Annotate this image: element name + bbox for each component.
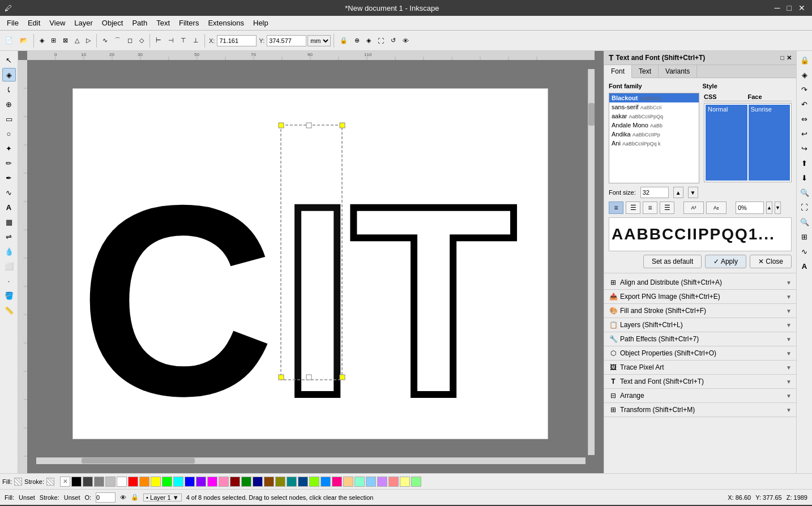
- panel-object-props[interactable]: ⬡ Object Properties (Shift+Ctrl+O) ▼: [604, 346, 796, 361]
- color-peach[interactable]: [343, 477, 353, 487]
- rotate-cw-btn[interactable]: ↷: [798, 83, 811, 96]
- tab-variants[interactable]: Variants: [659, 65, 697, 78]
- menu-filters[interactable]: Filters: [174, 18, 203, 28]
- rotate-ccw-btn[interactable]: ↶: [798, 97, 811, 111]
- panel-path-effects[interactable]: 🔧 Path Effects (Shift+Ctrl+7) ▼: [604, 332, 796, 346]
- y-input[interactable]: [267, 35, 306, 46]
- redo-btn[interactable]: ↪: [798, 141, 811, 155]
- fullscreen-btn[interactable]: ⛶: [375, 36, 387, 46]
- color-sky[interactable]: [366, 477, 376, 487]
- node-btn-2[interactable]: ⊞: [48, 35, 59, 46]
- scrollbar-horizontal[interactable]: [36, 457, 586, 464]
- path-btn-1[interactable]: ∿: [100, 35, 110, 46]
- connector-tool[interactable]: ⇌: [2, 230, 16, 243]
- measure-tool[interactable]: 📏: [2, 303, 16, 317]
- panel-transform[interactable]: ⊞ Transform (Shift+Ctrl+M) ▼: [604, 403, 796, 417]
- color-darkgray[interactable]: [83, 477, 93, 487]
- color-pink[interactable]: [219, 477, 229, 487]
- menu-help[interactable]: Help: [249, 18, 273, 28]
- align-btn-2[interactable]: ⊣: [165, 35, 177, 46]
- color-darkred[interactable]: [230, 477, 240, 487]
- panel-trace-pixel[interactable]: 🖼 Trace Pixel Art ▼: [604, 361, 796, 375]
- color-mint[interactable]: [354, 477, 365, 487]
- close-button[interactable]: ✕: [796, 3, 807, 12]
- color-lightgray[interactable]: [105, 477, 116, 487]
- snap-btn-3[interactable]: ◈: [364, 35, 374, 46]
- color-white[interactable]: [117, 477, 127, 487]
- color-yellow2[interactable]: [400, 477, 410, 487]
- gradient-tool[interactable]: ▦: [2, 215, 16, 229]
- panel-export[interactable]: 📤 Export PNG Image (Shift+Ctrl+E) ▼: [604, 290, 796, 304]
- menu-layer[interactable]: Layer: [70, 18, 97, 28]
- tweak-tool[interactable]: ⤹: [2, 83, 16, 96]
- ellipse-tool[interactable]: ○: [2, 127, 16, 140]
- align-btn-1[interactable]: ⊢: [153, 35, 164, 46]
- align-btn-4[interactable]: ⊥: [190, 35, 202, 46]
- node-tool[interactable]: ◈: [2, 68, 16, 82]
- text2-btn[interactable]: A: [798, 259, 811, 273]
- undo-btn[interactable]: ↩: [798, 127, 811, 140]
- font-item-ani[interactable]: Ani AaBbCcIiPpQq k: [609, 139, 699, 148]
- select-tool[interactable]: ↖: [2, 53, 16, 67]
- path-btn-4[interactable]: ◇: [136, 35, 147, 46]
- color-brown[interactable]: [264, 477, 274, 487]
- color-yellow[interactable]: [151, 477, 161, 487]
- pencil-tool[interactable]: ✏: [2, 156, 16, 170]
- zoom-out-btn[interactable]: 🔍: [798, 215, 811, 229]
- color-darkblue[interactable]: [253, 477, 263, 487]
- panel-layers[interactable]: 📋 Layers (Shift+Ctrl+L) ▼: [604, 318, 796, 332]
- eraser-tool[interactable]: ⬜: [2, 259, 16, 273]
- fill-swatch[interactable]: [14, 478, 22, 486]
- no-color-swatch[interactable]: ✕: [60, 477, 70, 487]
- color-blue[interactable]: [185, 477, 195, 487]
- zoom-fit-btn[interactable]: ⛶: [798, 200, 811, 214]
- align-btn-3[interactable]: ⊤: [178, 35, 189, 46]
- panel-close-btn[interactable]: ✕: [787, 54, 792, 62]
- style-list[interactable]: Normal Sunrise: [704, 103, 792, 182]
- view-btn[interactable]: 👁: [400, 36, 412, 46]
- color-red[interactable]: [128, 477, 138, 487]
- close-button[interactable]: ✕ Close: [750, 255, 792, 268]
- maximize-button[interactable]: □: [785, 3, 794, 12]
- node-btn-3[interactable]: ⊠: [60, 35, 71, 46]
- dropper-tool[interactable]: 💧: [2, 245, 16, 258]
- snap-btn-1[interactable]: 🔒: [337, 35, 351, 46]
- tab-font[interactable]: Font: [604, 65, 632, 78]
- canvas-area[interactable]: 0 10 20 30 50 70 90 110: [18, 51, 604, 473]
- star-tool[interactable]: ✦: [2, 141, 16, 155]
- spacing-down[interactable]: ▼: [775, 201, 781, 214]
- align-left-btn[interactable]: ≡: [609, 201, 623, 214]
- menu-text[interactable]: Text: [152, 18, 174, 28]
- stroke-swatch[interactable]: [46, 478, 54, 486]
- grid-btn[interactable]: ⊞: [798, 230, 811, 243]
- layer-indicator[interactable]: • Layer 1 ▼: [143, 494, 182, 501]
- font-item-aakar[interactable]: aakar AaBbCcIiPpQq: [609, 112, 699, 121]
- color-darkgreen[interactable]: [241, 477, 251, 487]
- font-size-input[interactable]: [640, 187, 669, 198]
- color-teal[interactable]: [287, 477, 297, 487]
- color-orange[interactable]: [139, 477, 149, 487]
- font-size-up[interactable]: ▲: [673, 187, 683, 198]
- canvas-svg[interactable]: C I T: [73, 89, 549, 440]
- color-black[interactable]: [71, 477, 82, 487]
- minimize-button[interactable]: ─: [772, 3, 783, 12]
- font-size-down[interactable]: ▼: [688, 187, 698, 198]
- x-input[interactable]: [217, 35, 257, 46]
- menu-path[interactable]: Path: [127, 18, 152, 28]
- snap-btn-2[interactable]: ⊕: [352, 35, 362, 46]
- text-tool[interactable]: A: [2, 200, 16, 214]
- window-controls[interactable]: ─ □ ✕: [772, 3, 812, 12]
- style-sunrise[interactable]: Sunrise: [749, 105, 790, 181]
- edit-nodes-btn[interactable]: ◈: [798, 68, 811, 82]
- path-btn-2[interactable]: ⌒: [112, 35, 123, 46]
- color-aqua[interactable]: [320, 477, 331, 487]
- spacing-input[interactable]: [736, 201, 764, 214]
- style-normal[interactable]: Normal: [706, 105, 747, 181]
- color-salmon[interactable]: [388, 477, 399, 487]
- move-down-btn[interactable]: ⬇: [798, 171, 811, 185]
- color-lime[interactable]: [309, 477, 319, 487]
- spacing-up[interactable]: ▲: [766, 201, 772, 214]
- bucket-tool[interactable]: 🪣: [2, 289, 16, 302]
- menu-extensions[interactable]: Extensions: [203, 18, 249, 28]
- subscript-btn[interactable]: A₂: [706, 201, 726, 214]
